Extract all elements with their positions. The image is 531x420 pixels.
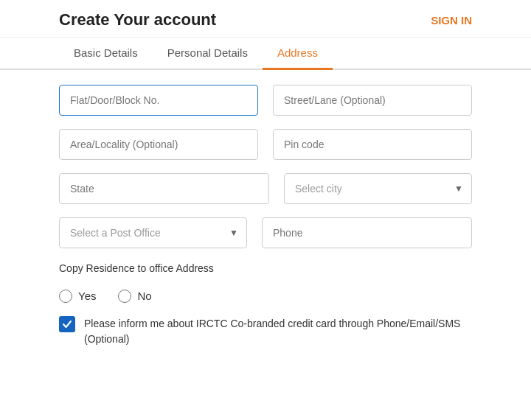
city-select-wrapper: Select city ▼: [284, 173, 472, 204]
copy-residence-row: Copy Residence to office Address: [59, 262, 472, 276]
header: Create Your account SIGN IN: [0, 0, 531, 38]
area-locality-input[interactable]: [59, 129, 258, 160]
address-form: Select city ▼ Select a Post Office ▼ Cop…: [0, 70, 531, 362]
radio-no-label: No: [137, 290, 151, 302]
postoffice-select[interactable]: Select a Post Office: [59, 217, 247, 248]
pin-code-input[interactable]: [273, 129, 472, 160]
tabs-bar: Basic Details Personal Details Address: [0, 38, 531, 70]
radio-yes-label: Yes: [78, 290, 96, 302]
copy-residence-label: Copy Residence to office Address: [59, 262, 214, 276]
tab-basic-details[interactable]: Basic Details: [59, 38, 153, 70]
checkmark-icon: [62, 319, 72, 329]
radio-row: Yes No: [59, 290, 472, 303]
form-row-3: Select city ▼: [59, 173, 472, 204]
tab-personal-details[interactable]: Personal Details: [153, 38, 263, 70]
radio-yes-input[interactable]: [59, 290, 72, 303]
credit-card-row: Please inform me about IRCTC Co-branded …: [59, 316, 472, 347]
flat-door-block-input[interactable]: [59, 85, 258, 116]
radio-no-option[interactable]: No: [118, 290, 151, 303]
phone-input[interactable]: [262, 217, 472, 248]
form-row-4: Select a Post Office ▼: [59, 217, 472, 248]
state-input[interactable]: [59, 173, 269, 204]
credit-card-checkbox[interactable]: [59, 316, 75, 332]
radio-no-input[interactable]: [118, 290, 131, 303]
street-lane-input[interactable]: [273, 85, 472, 116]
form-row-1: [59, 85, 472, 116]
form-row-2: [59, 129, 472, 160]
page-title: Create Your account: [59, 10, 216, 29]
radio-yes-option[interactable]: Yes: [59, 290, 96, 303]
postoffice-select-wrapper: Select a Post Office ▼: [59, 217, 247, 248]
sign-in-link[interactable]: SIGN IN: [431, 14, 472, 27]
city-select[interactable]: Select city: [284, 173, 472, 204]
credit-card-label: Please inform me about IRCTC Co-branded …: [84, 316, 472, 347]
tab-address[interactable]: Address: [263, 38, 333, 70]
